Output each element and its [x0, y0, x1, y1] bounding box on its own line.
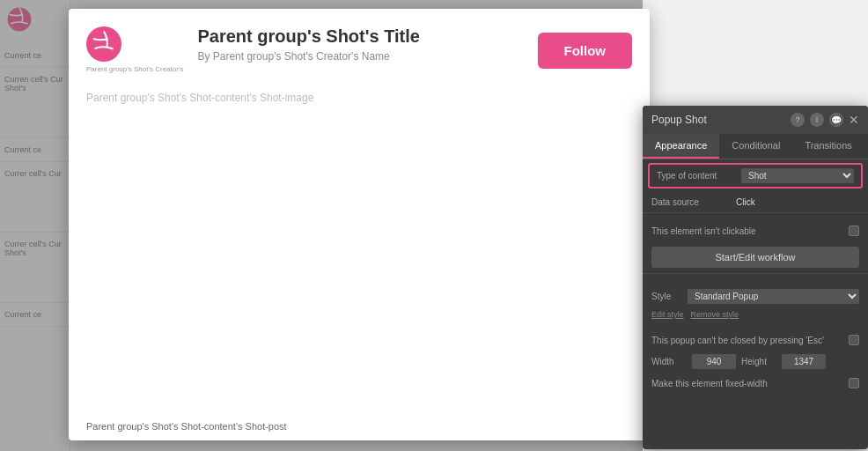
popup-modal: Parent group's Shot's Creator's Parent g…: [69, 9, 650, 440]
type-of-content-select[interactable]: Shot: [741, 168, 854, 183]
style-links: Edit style Remove style: [643, 308, 868, 323]
not-clickable-row: This element isn't clickable: [643, 220, 868, 241]
data-source-row: Data source Click: [643, 192, 868, 213]
style-select[interactable]: Standard Popup: [688, 289, 859, 304]
follow-button[interactable]: Follow: [538, 33, 633, 69]
type-of-content-label: Type of content: [657, 171, 736, 181]
modal-image-placeholder: Parent group's Shot's Shot-content's Sho…: [69, 83, 650, 113]
style-label: Style: [651, 292, 682, 301]
width-label: Width: [651, 357, 687, 366]
modal-title-section: Parent group's Shot's Title By Parent gr…: [197, 26, 523, 63]
dimension-row: Width Height: [643, 350, 868, 373]
edit-style-link[interactable]: Edit style: [651, 310, 684, 319]
esc-label: This popup can't be closed by pressing '…: [651, 336, 843, 345]
workflow-button[interactable]: Start/Edit workflow: [651, 247, 859, 268]
remove-style-link[interactable]: Remove style: [691, 310, 739, 319]
fixed-width-row: Make this element fixed-width: [643, 373, 868, 393]
modal-title: Parent group's Shot's Title: [197, 26, 523, 47]
not-clickable-label: This element isn't clickable: [651, 226, 843, 236]
data-source-label: Data source: [651, 197, 731, 207]
panel-header: Popup Shot ? i 💬 ✕: [643, 106, 868, 134]
width-input[interactable]: [692, 354, 736, 369]
esc-row: This popup can't be closed by pressing '…: [643, 330, 868, 350]
svg-point-1: [92, 32, 117, 57]
height-input[interactable]: [782, 354, 826, 369]
data-source-value: Click: [736, 197, 859, 207]
height-label: Height: [741, 357, 776, 366]
esc-checkbox[interactable]: [849, 335, 859, 345]
modal-dribble-logo: [86, 26, 121, 62]
fixed-width-label: Make this element fixed-width: [651, 379, 843, 388]
close-panel-button[interactable]: ✕: [849, 113, 859, 127]
info-icon[interactable]: i: [810, 113, 824, 127]
modal-subtitle: By Parent group's Shot's Creator's Name: [197, 50, 523, 63]
panel-icon-group: ? i 💬 ✕: [791, 113, 859, 127]
type-of-content-row: Type of content Shot: [648, 163, 863, 189]
help-icon[interactable]: ?: [791, 113, 805, 127]
modal-footer: Parent group's Shot's Shot-content's Sho…: [86, 421, 287, 432]
modal-logo-area: Parent group's Shot's Creator's: [86, 26, 183, 74]
modal-creator-small: Parent group's Shot's Creator's: [86, 65, 183, 74]
chat-icon[interactable]: 💬: [829, 113, 843, 127]
popup-shot-panel: Popup Shot ? i 💬 ✕ Appearance Conditiona…: [643, 106, 868, 449]
panel-title: Popup Shot: [651, 114, 785, 126]
not-clickable-checkbox[interactable]: [849, 226, 859, 236]
tab-conditional[interactable]: Conditional: [719, 134, 792, 159]
panel-tabs: Appearance Conditional Transitions: [643, 134, 868, 159]
tab-transitions[interactable]: Transitions: [792, 134, 864, 159]
style-row: Style Standard Popup: [643, 285, 868, 308]
panel-content: Type of content Shot Data source Click T…: [643, 163, 868, 393]
fixed-width-checkbox[interactable]: [849, 378, 859, 388]
modal-header: Parent group's Shot's Creator's Parent g…: [69, 9, 650, 83]
tab-appearance[interactable]: Appearance: [643, 134, 719, 159]
